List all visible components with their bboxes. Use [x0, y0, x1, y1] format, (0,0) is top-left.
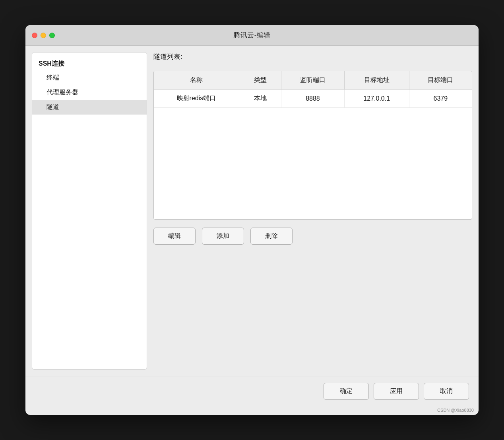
table-header-target-address: 目标地址: [344, 71, 409, 90]
sidebar-item-tunnel[interactable]: 隧道: [32, 100, 147, 115]
sidebar: SSH连接 终端 代理服务器 隧道: [32, 52, 147, 370]
cell-target-address: 127.0.0.1: [344, 90, 409, 108]
table-header-target-port: 目标端口: [409, 71, 472, 90]
close-button[interactable]: [32, 33, 37, 38]
csdn-watermark: CSDN @Xiao8830: [25, 406, 479, 415]
sidebar-item-terminal[interactable]: 终端: [32, 70, 147, 85]
maximize-button[interactable]: [49, 33, 55, 38]
tunnel-list-label: 隧道列表:: [153, 52, 472, 61]
table-empty-row: [154, 108, 472, 219]
table-row[interactable]: 映射redis端口 本地 8888 127.0.0.1 6379: [154, 90, 472, 108]
sidebar-section-header: SSH连接: [32, 57, 147, 70]
add-button[interactable]: 添加: [202, 228, 244, 245]
window-body: SSH连接 终端 代理服务器 隧道 隧道列表: 名称 类型 监听端口: [25, 46, 479, 376]
window-title: 腾讯云-编辑: [233, 31, 271, 40]
action-buttons: 编辑 添加 删除: [153, 228, 472, 245]
main-content: 隧道列表: 名称 类型 监听端口 目标地址 目标端口: [153, 52, 472, 370]
table-header-type: 类型: [239, 71, 281, 90]
table-header-listen-port: 监听端口: [281, 71, 345, 90]
cancel-button[interactable]: 取消: [424, 383, 469, 400]
cell-listen-port: 8888: [281, 90, 345, 108]
table-header-row: 名称 类型 监听端口 目标地址 目标端口: [154, 71, 472, 90]
cell-type: 本地: [239, 90, 281, 108]
tunnel-table-container: 名称 类型 监听端口 目标地址 目标端口 映射redis端口 本地: [153, 71, 472, 220]
confirm-button[interactable]: 确定: [324, 383, 369, 400]
table-empty-space: [154, 108, 472, 219]
footer: 确定 应用 取消: [25, 376, 479, 406]
sidebar-item-proxy[interactable]: 代理服务器: [32, 85, 147, 100]
cell-name: 映射redis端口: [154, 90, 239, 108]
traffic-lights: [32, 33, 55, 38]
table-header-name: 名称: [154, 71, 239, 90]
tunnel-table: 名称 类型 监听端口 目标地址 目标端口 映射redis端口 本地: [154, 71, 472, 219]
minimize-button[interactable]: [41, 33, 46, 38]
edit-button[interactable]: 编辑: [153, 228, 196, 245]
apply-button[interactable]: 应用: [374, 383, 419, 400]
cell-target-port: 6379: [409, 90, 472, 108]
main-window: 腾讯云-编辑 SSH连接 终端 代理服务器 隧道 隧道列表: 名称: [25, 25, 479, 415]
delete-button[interactable]: 删除: [250, 228, 293, 245]
titlebar: 腾讯云-编辑: [25, 25, 479, 46]
